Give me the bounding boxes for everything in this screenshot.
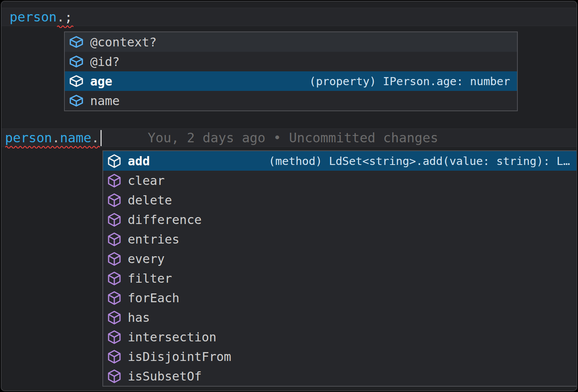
code-token-semicolon: ; (64, 9, 72, 25)
code-token-dot: . (57, 9, 64, 25)
suggestion-item-has[interactable]: has (103, 308, 577, 327)
symbol-field-icon (69, 94, 84, 107)
code-token-person: person (10, 9, 57, 25)
suggestion-item-filter[interactable]: filter (103, 268, 577, 288)
suggestion-label: name (90, 94, 120, 108)
symbol-method-icon (107, 212, 121, 227)
code-token-dot: . (52, 130, 60, 145)
suggestion-label: filter (128, 271, 172, 286)
symbol-method-icon (107, 290, 121, 306)
symbol-method-icon (107, 193, 121, 208)
text-cursor (100, 130, 102, 146)
suggestion-item-name[interactable]: name (65, 91, 517, 110)
suggest-widget-ldset: add (method) LdSet<string>.add(value: st… (102, 150, 577, 387)
suggestion-item-delete[interactable]: delete (103, 190, 577, 210)
code-token-name: name (60, 130, 91, 145)
suggestion-label: every (128, 252, 165, 266)
suggestion-item-id[interactable]: @id? (65, 52, 517, 71)
symbol-method-icon (107, 173, 121, 188)
suggestion-item-difference[interactable]: difference (103, 210, 577, 229)
suggestion-label: age (90, 74, 112, 89)
error-squiggle (57, 25, 74, 28)
suggestion-label: isSubsetOf (128, 369, 202, 384)
screenshot-frame: person.; @context? @id? age (p (0, 0, 578, 392)
suggestion-label: difference (128, 212, 202, 227)
git-blame-annotation: You, 2 days ago • Uncommitted changes (148, 129, 438, 147)
symbol-method-icon (107, 271, 121, 286)
suggestion-item-isdisjointfrom[interactable]: isDisjointFrom (103, 347, 577, 366)
suggestion-label: isDisjointFrom (128, 349, 231, 364)
suggestion-label: add (128, 154, 150, 168)
symbol-field-icon (69, 55, 84, 68)
code-token-person: person (5, 130, 52, 145)
suggest-widget-person: @context? @id? age (property) IPerson.ag… (64, 31, 518, 111)
suggestion-label: clear (128, 173, 165, 188)
suggestion-label: intersection (128, 330, 216, 344)
suggestion-item-every[interactable]: every (103, 249, 577, 268)
symbol-method-icon (107, 329, 121, 345)
suggestion-item-entries[interactable]: entries (103, 229, 577, 249)
suggestion-detail: (property) IPerson.age: number (309, 75, 510, 88)
suggestion-item-add-selected[interactable]: add (method) LdSet<string>.add(value: st… (103, 151, 577, 171)
suggestion-label: @context? (90, 35, 156, 49)
symbol-method-icon (107, 349, 121, 364)
suggestion-item-foreach[interactable]: forEach (103, 288, 577, 308)
symbol-method-icon (107, 232, 121, 247)
symbol-method-icon (107, 369, 121, 384)
suggestion-label: entries (128, 232, 179, 247)
suggestion-label: @id? (90, 54, 120, 69)
editor-panel: person.; @context? @id? age (p (1, 1, 577, 391)
error-squiggle (5, 145, 101, 148)
suggestion-item-issubsetof[interactable]: isSubsetOf (103, 366, 577, 386)
code-token-dot: . (91, 130, 99, 145)
code-line-person[interactable]: person.; (2, 8, 576, 26)
suggestion-item-intersection[interactable]: intersection (103, 327, 577, 347)
suggestion-item-clear[interactable]: clear (103, 171, 577, 190)
suggestion-label: forEach (128, 291, 179, 305)
symbol-method-icon (107, 153, 121, 169)
suggestion-label: has (128, 310, 150, 325)
suggestion-label: delete (128, 193, 172, 208)
symbol-method-icon (107, 310, 121, 325)
symbol-method-icon (107, 251, 121, 267)
suggestion-item-context[interactable]: @context? (65, 32, 517, 52)
suggestion-detail: (method) LdSet<string>.add(value: string… (268, 155, 570, 168)
symbol-field-icon (69, 75, 84, 88)
code-line-person-name[interactable]: person.name. You, 2 days ago • Uncommitt… (2, 128, 576, 147)
symbol-field-icon (69, 36, 84, 49)
suggestion-item-age-selected[interactable]: age (property) IPerson.age: number (65, 71, 517, 91)
